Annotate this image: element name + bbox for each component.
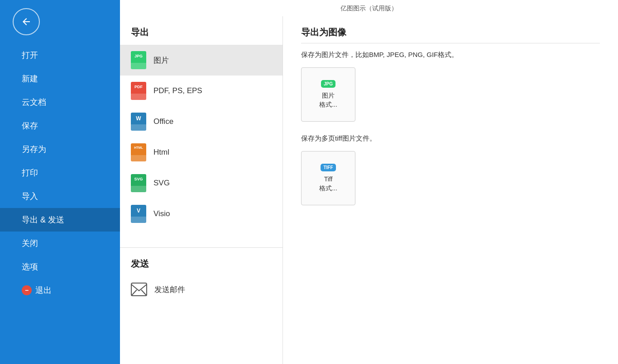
sidebar-item-export[interactable]: 导出 & 发送 [0,208,120,232]
jpg-file-icon: JPG [131,51,146,69]
sidebar-item-open[interactable]: 打开 [0,43,120,67]
format-card-tiff-label: Tiff 格式... [319,175,337,193]
sidebar-item-new[interactable]: 新建 [0,67,120,90]
sidebar-item-cloud[interactable]: 云文档 [0,90,120,114]
sidebar-item-import[interactable]: 导入 [0,184,120,208]
format-card-jpg-label: 图片 格式... [319,91,337,109]
sidebar-item-exit[interactable]: − 退出 [0,279,120,302]
sidebar-item-options[interactable]: 选项 [0,255,120,279]
menu-item-html[interactable]: HTML Html [120,137,283,168]
back-button[interactable] [13,8,40,35]
description-2: 保存为多页tiff图片文件。 [301,134,600,143]
format-card-tiff[interactable]: TIFF Tiff 格式... [301,151,355,205]
description-1: 保存为图片文件，比如BMP, JPEG, PNG, GIF格式。 [301,51,600,59]
export-section-title: 导出 [120,16,283,45]
menu-item-image-label: 图片 [153,55,169,66]
send-email-label: 发送邮件 [154,284,185,295]
content-area: 导出 JPG 图片 PDF PDF, PS, EPS W [120,16,618,364]
menu-item-visio[interactable]: V Visio [120,199,283,229]
svg-line-2 [141,290,147,296]
right-section-title: 导出为图像 [301,16,600,43]
html-file-icon: HTML [131,143,146,161]
office-file-icon: W [131,113,146,131]
menu-item-visio-label: Visio [153,209,170,218]
menu-item-image[interactable]: JPG 图片 [120,45,283,76]
sidebar-item-print[interactable]: 打印 [0,161,120,184]
menu-item-svg-label: SVG [153,179,170,188]
exit-icon: − [22,285,32,295]
tiff-badge-icon: TIFF [321,164,335,171]
export-panel: 导出 JPG 图片 PDF PDF, PS, EPS W [120,16,283,364]
format-cards-1: JPG 图片 格式... [301,67,600,122]
send-section-title: 发送 [120,248,283,276]
menu-item-office-label: Office [153,117,173,126]
sidebar-item-save-as[interactable]: 另存为 [0,137,120,161]
right-panel: 导出为图像 保存为图片文件，比如BMP, JPEG, PNG, GIF格式。 J… [283,16,618,364]
format-cards-2: TIFF Tiff 格式... [301,151,600,205]
main-content: 亿图图示（试用版） 导出 JPG 图片 PDF PDF, PS, EPS [120,0,618,364]
svg-file-icon: SVG [131,174,146,192]
pdf-file-icon: PDF [131,82,146,100]
menu-item-pdf-label: PDF, PS, EPS [153,86,202,95]
sidebar: 打开 新建 云文档 保存 另存为 打印 导入 导出 & 发送 关闭 选项 − 退… [0,0,120,364]
email-icon [131,283,147,296]
top-bar: 亿图图示（试用版） [120,0,618,16]
svg-line-1 [131,290,137,296]
menu-item-svg[interactable]: SVG SVG [120,168,283,199]
sidebar-nav: 打开 新建 云文档 保存 另存为 打印 导入 导出 & 发送 关闭 选项 − 退… [0,43,120,302]
sidebar-item-close[interactable]: 关闭 [0,232,120,255]
send-item-email[interactable]: 发送邮件 [120,276,283,303]
menu-item-office[interactable]: W Office [120,106,283,137]
jpg-badge-icon: JPG [321,80,335,88]
visio-file-icon: V [131,205,146,223]
format-card-jpg[interactable]: JPG 图片 格式... [301,67,355,122]
app-title: 亿图图示（试用版） [340,5,398,12]
menu-item-pdf[interactable]: PDF PDF, PS, EPS [120,76,283,106]
menu-item-html-label: Html [153,148,169,157]
sidebar-item-save[interactable]: 保存 [0,114,120,137]
